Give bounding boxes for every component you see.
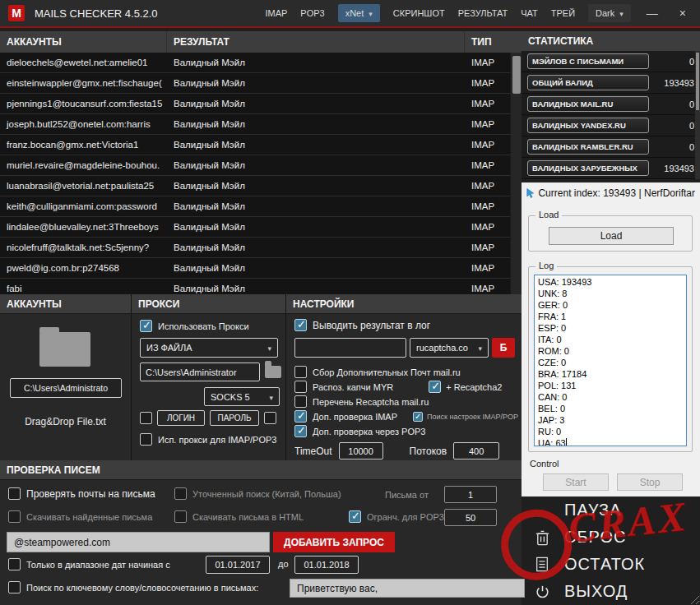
recaptcha-list-row: Перечень Recaptcha mail.ru [294,395,429,408]
minimize-button[interactable]: — [641,7,664,20]
recognize-captcha-checkbox[interactable] [294,381,307,393]
refined-search-checkbox[interactable] [174,487,187,500]
list-document-icon [531,555,553,575]
proxy-auth-extra-checkbox[interactable] [264,412,276,424]
table-scrollbar-thumb[interactable] [512,56,521,94]
download-html-checkbox[interactable] [174,510,187,523]
reset-button[interactable]: СБРОС [522,524,700,551]
use-proxy-checkbox[interactable] [140,320,152,332]
log-textbox[interactable]: USA: 193493 UNK: 8 GER: 0 FRA: 1 ESP: 0 … [534,275,687,446]
query-input[interactable]: @steampowered.com [7,532,270,552]
timeout-label: TimeOut [294,446,332,457]
menu-theme-dropdown[interactable]: Dark [588,4,631,22]
imap-pop-settings-label: Поиск настроек IMAP/POP [427,413,518,421]
pop3-extra-checkbox[interactable] [294,425,307,437]
recaptcha-list-checkbox[interactable] [294,395,307,408]
menu-chat[interactable]: ЧАТ [521,8,538,18]
table-row[interactable]: pjennings1@toucansurf.com:fiesta15Валидн… [0,94,510,114]
cell-type: IMAP [465,222,510,232]
download-found-checkbox[interactable] [8,510,21,523]
menu-screenshot[interactable]: СКРИНШОТ [393,8,445,18]
proxy-type-select[interactable]: SOCKS 5 [204,387,280,406]
letters-from-input[interactable]: 1 [444,486,497,503]
column-header-type[interactable]: ТИП [465,31,522,53]
stop-button[interactable]: Stop [617,473,683,491]
start-button[interactable]: Start [543,473,609,491]
date-to-label: до [278,559,289,569]
proxy-password-button[interactable]: ПАРОЛЬ [210,410,259,426]
menu-xnet-dropdown[interactable]: xNet [338,4,380,22]
cell-result: Валидный Мэйл [167,119,465,129]
menu-result[interactable]: РЕЗУЛЬТАТ [458,8,508,18]
date-range-checkbox[interactable] [8,558,21,570]
check-mail-checkbox[interactable] [8,487,21,500]
threads-input[interactable]: 400 [453,442,499,460]
date-to-input[interactable]: 01.01.2018 [294,556,359,574]
imap-extra-label: Доп. проверка IMAP [313,412,397,422]
keyword-input[interactable]: Приветствую вас, [290,579,525,598]
add-query-button[interactable]: ДОБАВИТЬ ЗАПРОС [273,532,395,552]
accounts-path-button[interactable]: C:\Users\Administrato [10,378,122,398]
use-proxy-row: Использовать Прокси [140,320,249,332]
log-output-checkbox[interactable] [294,319,307,331]
accounts-folder-icon[interactable] [39,332,90,367]
date-from-input[interactable]: 01.01.2017 [206,556,270,574]
table-row[interactable]: nicolefruff@talktalk.net:Sc5jenny?Валидн… [0,238,510,258]
stat-value: 0 [689,121,694,131]
proxy-for-imap-checkbox[interactable] [140,433,152,446]
collect-extra-checkbox[interactable] [294,366,307,378]
proxy-source-select[interactable]: ИЗ ФАЙЛА [140,338,278,358]
pause-button[interactable]: ПАУЗА [522,496,700,524]
remainder-button[interactable]: ОСТАТОК [522,551,700,578]
imap-extra-checkbox[interactable] [294,410,307,423]
captcha-input[interactable] [294,338,406,358]
column-header-result[interactable]: РЕЗУЛЬТАТ [167,31,465,53]
pop3-limit-checkbox[interactable] [349,510,361,523]
pop3-limit-input[interactable]: 50 [444,509,497,526]
proxy-file-input[interactable]: C:\Users\Administrator [140,363,260,381]
captcha-service-select[interactable]: rucaptcha.co [410,338,489,358]
cell-result: Валидный Мэйл [167,160,465,170]
stats-scrollbar[interactable] [695,51,700,179]
log-output-row: Выводить результат в лог [294,319,430,331]
exit-button[interactable]: ВЫХОД [522,578,700,605]
table-row[interactable]: einsteinwappler@gmx.net:fischauge(Валидн… [0,73,510,94]
accounts-table-header: АККАУНТЫ РЕЗУЛЬТАТ ТИП [0,31,522,53]
menu-imap[interactable]: IMAP [265,8,287,18]
timeout-input[interactable]: 10000 [339,442,383,460]
table-row[interactable]: franz.bocan@gmx.net:Victoria1Валидный Мэ… [0,135,510,155]
captcha-balance-button[interactable]: Б [492,338,515,358]
column-header-accounts[interactable]: АККАУНТЫ [0,31,167,53]
proxy-login-button[interactable]: ЛОГИН [157,410,205,426]
cell-account: lindalee@bluevalley.net:3Threeboys [0,222,167,232]
table-row[interactable]: lindalee@bluevalley.net:3ThreeboysВалидн… [0,217,510,238]
keyword-checkbox[interactable] [8,581,21,593]
table-row[interactable]: joseph.butl252@onetel.com:harrisВалидный… [0,114,510,135]
table-row[interactable]: muriel.revaire@magdeleine-bouhou.Валидны… [0,155,510,176]
table-row[interactable]: fabiВалидный МэйлIMAP [0,279,510,294]
chevron-down-icon [267,343,271,353]
proxy-folder-button[interactable] [265,366,281,378]
cell-type: IMAP [465,160,510,170]
table-row[interactable]: pweld@ig.com.br:p274568Валидный МэйлIMAP [0,258,510,279]
close-button[interactable]: × [674,7,692,20]
menu-xnet-label: xNet [345,8,364,18]
menu-tray[interactable]: ТРЕЙ [551,8,575,18]
cell-result: Валидный Мэйл [167,78,465,88]
proxy-auth-checkbox[interactable] [140,412,152,424]
imap-pop-settings-checkbox[interactable] [413,412,423,422]
threads-label: Потоков [410,446,447,457]
table-row[interactable]: keith@culliganmiami.com:passwordВалидный… [0,196,510,217]
table-scrollbar[interactable] [510,53,522,294]
table-row[interactable]: luanabrasil@vetorial.net:paulista25Валид… [0,176,510,196]
stat-value: 0 [689,142,694,152]
menu-pop3[interactable]: POP3 [300,8,324,18]
load-button[interactable]: Load [549,227,674,245]
letters-from-label: Письма от [385,490,429,500]
proxy-imap-row: Исп. прокси для IMAP/POP3 [140,433,276,446]
cell-account: joseph.butl252@onetel.com:harris [0,119,167,129]
cell-type: IMAP [465,78,510,88]
stats-scrollbar-thumb[interactable] [696,53,699,110]
table-row[interactable]: dieloechels@ewetel.net:amelie01Валидный … [0,53,510,73]
recaptcha2-checkbox[interactable] [429,381,441,393]
